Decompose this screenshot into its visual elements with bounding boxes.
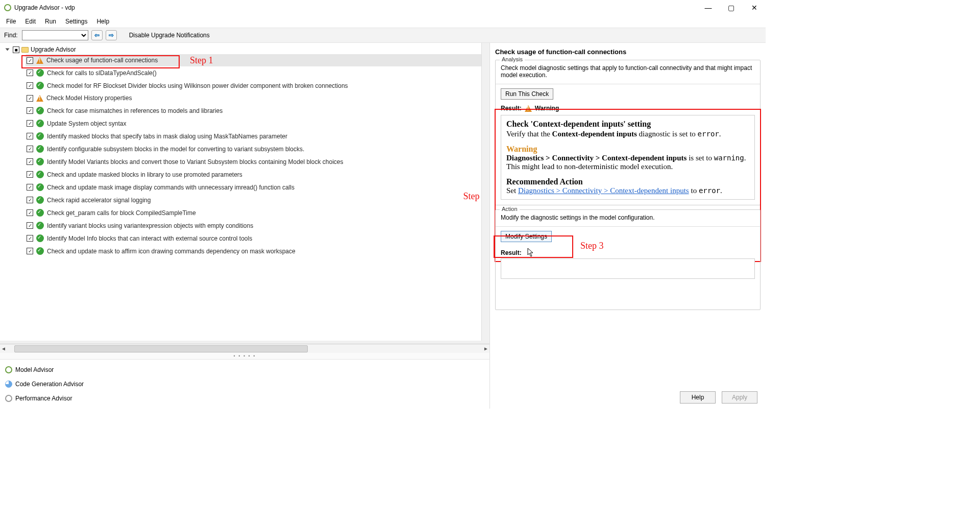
tree-row[interactable]: Check rapid accelerator signal logging <box>26 194 489 206</box>
tree-row[interactable]: Identify variant blocks using variantexp… <box>26 219 489 232</box>
pass-icon <box>36 234 44 242</box>
pass-icon <box>36 222 44 229</box>
window-title: Upgrade Advisor - vdp <box>14 4 75 11</box>
link-model-advisor[interactable]: Model Advisor <box>4 363 485 377</box>
menubar: File Edit Run Settings Help <box>0 15 766 28</box>
tree-label: Identify configurable subsystem blocks i… <box>47 146 304 153</box>
pass-icon <box>36 183 44 191</box>
tree-row[interactable]: Identify Model Info blocks that can inte… <box>26 232 489 245</box>
checkbox[interactable] <box>27 171 33 178</box>
tree-row[interactable]: Check and update mask image display comm… <box>26 181 489 194</box>
tree-row[interactable]: Check Model History properties <box>26 92 489 104</box>
gear-icon <box>5 381 12 388</box>
tree-row[interactable]: Identify configurable subsystem blocks i… <box>26 143 489 155</box>
tree-row[interactable]: Check model for RF Blockset Divider bloc… <box>26 79 489 92</box>
checkbox[interactable] <box>27 235 33 242</box>
checkbox[interactable] <box>27 222 33 229</box>
tree-row[interactable]: Update System object syntax <box>26 117 489 130</box>
checkbox[interactable] <box>27 184 33 191</box>
folder-icon <box>21 47 29 53</box>
checkbox[interactable] <box>27 120 33 127</box>
diagnostics-link[interactable]: Diagnostics > Connectivity > Context-dep… <box>518 186 689 195</box>
checkbox[interactable] <box>27 146 33 152</box>
find-prev-button[interactable]: ⇦ <box>91 30 103 40</box>
checkbox[interactable] <box>27 248 33 254</box>
menu-edit[interactable]: Edit <box>25 18 36 25</box>
tree-items: Check usage of function-call connections… <box>3 54 489 257</box>
toolbar: Find: ⇦ ⇨ Disable Upgrade Notifications <box>0 28 766 43</box>
tree-row[interactable]: Identify masked blocks that specify tabs… <box>26 130 489 143</box>
checkbox[interactable] <box>27 82 33 89</box>
tree-row[interactable]: Check get_param calls for block Compiled… <box>26 206 489 219</box>
warning-icon <box>36 95 43 102</box>
chevron-down-icon[interactable] <box>6 49 10 51</box>
checkbox[interactable] <box>27 57 33 64</box>
close-button[interactable]: ✕ <box>743 0 766 15</box>
app-icon <box>4 4 11 11</box>
advisor-links: Model Advisor Code Generation Advisor Pe… <box>0 360 489 409</box>
find-next-button[interactable]: ⇨ <box>106 30 117 40</box>
find-label: Find: <box>4 32 18 39</box>
details-title: Check usage of function-call connections <box>495 48 761 56</box>
window-controls: — ▢ ✕ <box>697 0 766 15</box>
tree-label: Check and update mask image display comm… <box>47 184 295 191</box>
disable-notifications-button[interactable]: Disable Upgrade Notifications <box>129 32 210 39</box>
tree-row[interactable]: Identify Model Variants blocks and conve… <box>26 155 489 168</box>
checkbox[interactable] <box>27 158 33 165</box>
checkbox[interactable] <box>27 197 33 203</box>
menu-help[interactable]: Help <box>96 18 109 25</box>
warning-subheading: Warning <box>506 145 749 154</box>
pass-icon <box>36 171 44 178</box>
check-circle-icon <box>5 366 12 373</box>
pass-icon <box>36 158 44 165</box>
help-button[interactable]: Help <box>680 391 716 404</box>
menu-file[interactable]: File <box>6 18 16 25</box>
checkbox[interactable] <box>27 107 33 114</box>
tree-wrap: ■ Upgrade Advisor Check usage of functio… <box>0 43 489 344</box>
pass-icon <box>36 120 44 127</box>
checkbox[interactable] <box>27 95 33 102</box>
tree-label: Check get_param calls for block Compiled… <box>47 209 196 217</box>
root-checkbox[interactable]: ■ <box>13 46 19 53</box>
pass-icon <box>36 247 44 255</box>
main: ■ Upgrade Advisor Check usage of functio… <box>0 43 766 409</box>
tree-row[interactable]: Check and update masked blocks in librar… <box>26 168 489 181</box>
run-check-button[interactable]: Run This Check <box>501 88 553 100</box>
checkbox[interactable] <box>27 209 33 216</box>
checkbox[interactable] <box>27 133 33 139</box>
result-p3: Set Diagnostics > Connectivity > Context… <box>506 186 749 195</box>
maximize-button[interactable]: ▢ <box>720 0 743 15</box>
tree-row[interactable]: Check usage of function-call connections <box>26 54 489 66</box>
pass-icon <box>36 82 44 89</box>
result-p1: Verify that the Context-dependent inputs… <box>506 130 749 138</box>
tree-row[interactable]: Check for case mismatches in references … <box>26 104 489 117</box>
pass-icon <box>36 69 44 77</box>
tree-label: Identify Model Variants blocks and conve… <box>47 158 344 165</box>
link-label: Code Generation Advisor <box>15 381 84 388</box>
annotation-step1: Step 1 <box>190 55 213 66</box>
link-code-gen-advisor[interactable]: Code Generation Advisor <box>4 377 485 391</box>
menu-settings[interactable]: Settings <box>65 18 87 25</box>
splitter-handle[interactable]: • • • • • <box>0 353 489 360</box>
root-label: Upgrade Advisor <box>31 46 76 53</box>
tree-scrollbar[interactable] <box>481 43 489 341</box>
tree-label: Check for calls to slDataTypeAndScale() <box>47 69 157 77</box>
action-legend: Action <box>500 206 520 212</box>
menu-run[interactable]: Run <box>45 18 56 25</box>
find-input[interactable] <box>22 30 88 40</box>
tree-label: Identify masked blocks that specify tabs… <box>47 133 287 140</box>
result-p2: Diagnostics > Connectivity > Context-dep… <box>506 154 749 171</box>
tree-label: Check rapid accelerator signal logging <box>47 197 151 204</box>
modify-settings-button[interactable]: Modify Settings <box>501 231 552 242</box>
tree-hscroll[interactable]: ◄► <box>0 344 489 353</box>
tree-root[interactable]: ■ Upgrade Advisor <box>3 45 489 54</box>
action-result-label: Result: <box>501 249 522 256</box>
tree-row[interactable]: Check for calls to slDataTypeAndScale() <box>26 66 489 79</box>
apply-button[interactable]: Apply <box>722 391 757 404</box>
minimize-button[interactable]: — <box>697 0 720 15</box>
action-fieldset: Action Modify the diagnostic settings in… <box>495 209 761 310</box>
tree-row[interactable]: Check and update mask to affirm icon dra… <box>26 245 489 257</box>
bottom-buttons: Help Apply <box>680 391 757 404</box>
link-performance-advisor[interactable]: Performance Advisor <box>4 391 485 406</box>
checkbox[interactable] <box>27 69 33 76</box>
